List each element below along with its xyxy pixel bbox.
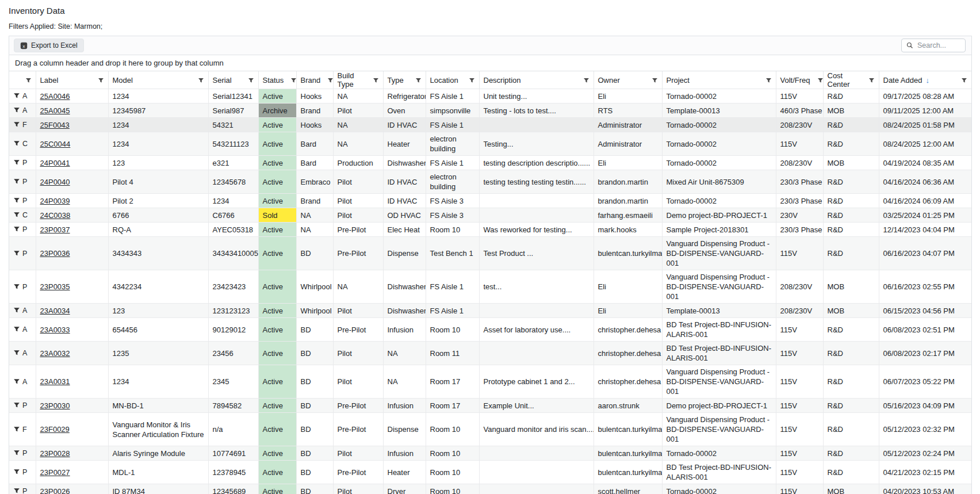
row-filter-icon[interactable] <box>13 106 20 113</box>
column-header-status[interactable]: Status <box>258 71 296 89</box>
description-cell <box>479 342 594 365</box>
serial-cell: Serial12341 <box>208 89 258 104</box>
column-header-label[interactable]: Label <box>36 71 108 89</box>
asset-label-link[interactable]: 23A0032 <box>40 349 70 358</box>
column-header-type[interactable]: Type <box>383 71 426 89</box>
group-panel-dropzone[interactable]: Drag a column header and drop it here to… <box>9 55 971 71</box>
asset-label-link[interactable]: 24P0039 <box>40 197 70 205</box>
filter-icon[interactable] <box>290 77 296 83</box>
model-cell: 123 <box>108 156 208 170</box>
row-filter-icon[interactable] <box>13 159 20 166</box>
filter-icon[interactable] <box>817 77 823 83</box>
asset-type-letter: P <box>22 250 27 258</box>
asset-label-link[interactable]: 25F0043 <box>40 121 70 129</box>
row-filter-icon[interactable] <box>13 92 20 99</box>
row-filter-icon[interactable] <box>13 487 20 494</box>
excel-file-icon: x <box>20 42 28 49</box>
export-to-excel-button[interactable]: x Export to Excel <box>14 39 84 52</box>
asset-label-link[interactable]: 25A0045 <box>40 106 70 115</box>
filter-icon[interactable] <box>248 77 254 83</box>
row-filter-icon[interactable] <box>13 426 20 432</box>
row-filter-icon[interactable] <box>13 121 20 128</box>
column-header-description[interactable]: Description <box>479 71 594 89</box>
model-cell: 654456 <box>108 318 208 342</box>
table-row: P23P0028Alaris Syringe Module10774691Act… <box>9 446 971 461</box>
asset-label-link[interactable]: 23P0035 <box>40 282 70 291</box>
filter-icon[interactable] <box>765 77 772 83</box>
row-filter-icon[interactable] <box>13 250 20 256</box>
owner-cell: Administrator <box>594 132 662 156</box>
model-cell: 6766 <box>108 208 208 223</box>
project-cell: Tornado-00002 <box>662 132 776 156</box>
filter-icon[interactable] <box>415 77 422 83</box>
location-cell: FS Aisle 3 <box>426 208 479 223</box>
filter-icon[interactable] <box>652 77 658 83</box>
row-filter-icon[interactable] <box>13 349 20 356</box>
asset-label-link[interactable]: 23P0028 <box>40 449 70 458</box>
filter-icon[interactable] <box>583 77 589 83</box>
project-cell: Tornado-00002 <box>662 194 776 208</box>
column-header-project[interactable]: Project <box>662 71 776 89</box>
label-cell: 23A0032 <box>36 342 108 365</box>
row-filter-icon[interactable] <box>13 211 20 218</box>
asset-label-link[interactable]: 23P0027 <box>40 468 70 477</box>
column-header-cost_center[interactable]: Cost Center <box>823 71 879 89</box>
asset-label-link[interactable]: 23P0036 <box>40 249 70 258</box>
filter-icon[interactable] <box>961 77 967 83</box>
filter-icon[interactable] <box>373 77 379 83</box>
row-filter-icon[interactable] <box>13 197 20 204</box>
asset-label-link[interactable]: 23A0034 <box>40 307 70 315</box>
row-filter-icon[interactable] <box>13 307 20 313</box>
column-header-location[interactable]: Location <box>426 71 479 89</box>
cost_center-cell: R&D <box>823 446 879 461</box>
asset-label-link[interactable]: 23A0031 <box>40 377 70 386</box>
filter-icon[interactable] <box>25 77 32 83</box>
group-panel-hint: Drag a column header and drop it here to… <box>15 59 224 67</box>
serial-cell: 12345689 <box>208 484 258 494</box>
table-row: C25C00441234543211123ActiveBardNAHeatere… <box>9 132 971 156</box>
column-header-model[interactable]: Model <box>108 71 208 89</box>
row-filter-icon[interactable] <box>13 449 20 456</box>
column-header-build_type[interactable]: Build Type <box>333 71 383 89</box>
status-cell: Active <box>258 270 296 304</box>
row-filter-icon[interactable] <box>13 401 20 408</box>
column-header-serial[interactable]: Serial <box>208 71 258 89</box>
row-filter-icon[interactable] <box>13 283 20 290</box>
asset-label-link[interactable]: 24P0040 <box>40 178 70 186</box>
filter-icon[interactable] <box>98 77 104 83</box>
row-filter-icon[interactable] <box>13 225 20 232</box>
asset-label-link[interactable]: 23P0026 <box>40 487 70 494</box>
date_added-cell: 09/17/2025 08:28 AM <box>879 89 971 104</box>
row-filter-icon[interactable] <box>13 178 20 185</box>
asset-label-link[interactable]: 23P0037 <box>40 225 70 234</box>
model-cell: 3434343 <box>108 237 208 270</box>
asset-label-link[interactable]: 25C0044 <box>40 140 71 148</box>
row-filter-icon[interactable] <box>13 378 20 385</box>
asset-label-link[interactable]: 24P0041 <box>40 159 70 167</box>
asset-label-link[interactable]: 24C0038 <box>40 211 71 220</box>
column-header-volt_freq[interactable]: Volt/Freq <box>776 71 823 89</box>
description-cell: Unit testing... <box>479 89 594 104</box>
row-filter-icon[interactable] <box>13 325 20 332</box>
column-header-row_filter[interactable] <box>9 71 36 89</box>
location-cell: Room 17 <box>426 365 479 399</box>
serial-cell: 343434100056 <box>208 237 258 270</box>
row-filter-icon[interactable] <box>13 468 20 475</box>
asset-label-link[interactable]: 23A0033 <box>40 325 70 334</box>
asset-label-link[interactable]: 23P0030 <box>40 401 70 410</box>
filter-icon[interactable] <box>868 77 875 83</box>
row-filter-cell: P <box>9 223 36 237</box>
filter-icon[interactable] <box>198 77 204 83</box>
filter-icon[interactable] <box>327 77 333 83</box>
column-header-brand[interactable]: Brand <box>296 71 333 89</box>
column-header-date_added[interactable]: Date Added↓ <box>879 71 971 89</box>
column-label: Cost Center <box>828 71 862 89</box>
row-filter-cell: C <box>9 132 36 156</box>
date_added-cell: 05/12/2023 02:24 PM <box>879 446 971 461</box>
row-filter-icon[interactable] <box>13 140 20 147</box>
asset-label-link[interactable]: 25A0046 <box>40 92 70 101</box>
label-cell: 23P0036 <box>36 237 108 270</box>
filter-icon[interactable] <box>469 77 475 83</box>
asset-label-link[interactable]: 23F0029 <box>40 425 70 434</box>
column-header-owner[interactable]: Owner <box>594 71 662 89</box>
